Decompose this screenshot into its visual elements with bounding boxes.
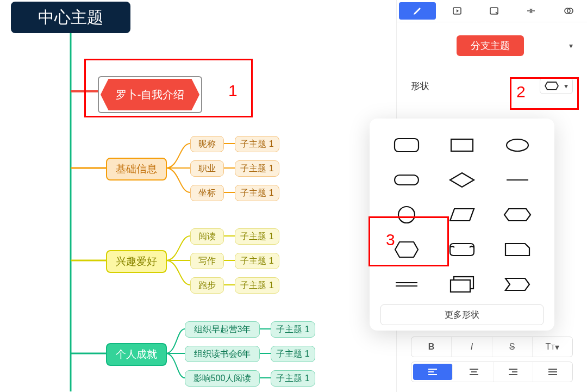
annotation-box-3 (369, 216, 449, 266)
leaf-nickname[interactable]: 昵称 (190, 136, 224, 152)
tab-slideshow[interactable] (438, 0, 475, 22)
strike-button[interactable]: S (492, 337, 533, 357)
tab-structure[interactable] (513, 0, 549, 22)
annotation-number-3: 3 (386, 231, 395, 249)
leaf-book-club[interactable]: 组织读书会6年 (185, 346, 260, 362)
svg-point-6 (507, 139, 528, 151)
chevron-down-icon: ▾ (569, 41, 573, 50)
shape-arrow-tag[interactable] (491, 269, 544, 300)
italic-button[interactable]: I (452, 337, 492, 357)
leaf-influence[interactable]: 影响500人阅读 (185, 370, 260, 387)
tab-filter[interactable] (550, 0, 587, 22)
shape-diamond[interactable] (436, 164, 488, 196)
align-left-button[interactable] (413, 364, 453, 380)
shape-rect[interactable] (436, 129, 488, 161)
play-icon (452, 5, 463, 16)
subtopic[interactable]: 子主题 1 (235, 185, 279, 201)
branch-hobbies[interactable]: 兴趣爱好 (106, 250, 167, 273)
shape-rect-notch[interactable] (491, 234, 544, 265)
subtopic[interactable]: 子主题 1 (235, 277, 279, 294)
subtopic[interactable]: 子主题 1 (235, 253, 279, 269)
align-center-button[interactable] (454, 362, 494, 382)
branch-basic-info[interactable]: 基础信息 (106, 158, 167, 181)
shape-hexagon-wide[interactable] (491, 199, 544, 231)
leaf-writing[interactable]: 写作 (190, 253, 224, 269)
svg-rect-4 (395, 139, 419, 152)
topic-type-selector[interactable]: 分支主题 ▾ (411, 35, 573, 56)
tab-note[interactable] (476, 0, 513, 22)
bold-button[interactable]: B (411, 337, 452, 357)
subtopic[interactable]: 子主题 1 (271, 346, 315, 362)
venn-icon (563, 5, 574, 16)
subtopic[interactable]: 子主题 1 (271, 370, 315, 387)
leaf-occupation[interactable]: 职业 (190, 160, 224, 177)
align-right-button[interactable] (494, 362, 534, 382)
subtopic[interactable]: 子主题 1 (235, 160, 279, 177)
text-format-toolbar: B I S TT ▾ (411, 337, 573, 357)
annotation-box-1 (84, 59, 253, 117)
leaf-reading[interactable]: 阅读 (190, 228, 224, 245)
svg-rect-7 (395, 175, 419, 185)
leaf-location[interactable]: 坐标 (190, 185, 224, 201)
structure-icon (525, 5, 537, 16)
leaf-running[interactable]: 跑步 (190, 277, 224, 294)
shape-label: 形状 (411, 80, 429, 92)
shape-capsule[interactable] (380, 164, 433, 196)
paint-icon (412, 5, 423, 16)
align-toolbar (411, 362, 573, 382)
subtopic[interactable]: 子主题 1 (235, 136, 279, 152)
annotation-number-1: 1 (228, 82, 238, 100)
shape-ellipse[interactable] (491, 129, 544, 161)
align-justify-button[interactable] (533, 362, 572, 382)
root-node[interactable]: 中心主题 (11, 2, 130, 33)
branch-achievements[interactable]: 个人成就 (106, 343, 167, 366)
svg-rect-5 (451, 139, 473, 151)
annotation-number-2: 2 (516, 83, 526, 101)
leaf-morning-camp[interactable]: 组织早起营3年 (185, 321, 260, 338)
subtopic[interactable]: 子主题 1 (271, 321, 315, 338)
shape-rounded-rect[interactable] (380, 129, 433, 161)
shape-double-line[interactable] (380, 269, 433, 300)
note-icon (489, 5, 499, 16)
more-shapes-button[interactable]: 更多形状 (380, 304, 544, 325)
shape-stack[interactable] (436, 269, 488, 300)
text-style-button[interactable]: TT ▾ (533, 337, 572, 357)
panel-tabs (397, 0, 587, 22)
topic-type-label: 分支主题 (457, 35, 524, 56)
tab-style[interactable] (399, 2, 436, 20)
subtopic[interactable]: 子主题 1 (235, 228, 279, 245)
shape-line[interactable] (491, 164, 544, 196)
svg-rect-10 (451, 280, 470, 292)
